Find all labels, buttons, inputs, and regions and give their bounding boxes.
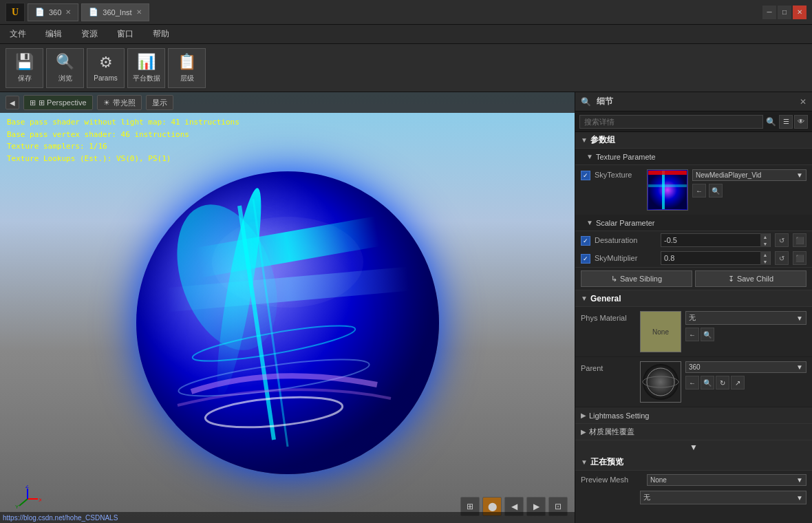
minimize-button[interactable]: ─ (762, 6, 776, 19)
texture-dropdown-arrow: ▼ (796, 171, 803, 179)
toolbar-params[interactable]: ⚙ Params (87, 48, 125, 88)
save-buttons-row: ↳ Save Sibling ↧ Save Child (575, 267, 812, 290)
phys-search-button[interactable]: 🔍 (701, 328, 714, 341)
platform-icon: 📊 (137, 53, 156, 71)
ue-logo: U (6, 3, 25, 22)
tab-360[interactable]: 📄 360 ✕ (28, 3, 78, 21)
skymultiplier-spin-down[interactable]: ▼ (760, 258, 770, 265)
hierarchy-icon: 📋 (178, 53, 196, 71)
svg-rect-12 (662, 171, 665, 209)
lightmass-arrow: ▶ (581, 412, 586, 419)
preview-section-header[interactable]: ▼ 正在预览 (575, 454, 812, 471)
skymultiplier-input[interactable] (661, 254, 760, 262)
info-line-1: Base pass shader without light map: 41 i… (7, 116, 239, 129)
material-override-header[interactable]: ▶ 材质属性覆盖 (575, 424, 812, 440)
tab-360inst-close[interactable]: ✕ (136, 8, 142, 16)
desaturation-input[interactable] (661, 236, 760, 244)
perspective-label: ⊞ Perspective (39, 98, 87, 107)
toolbar-browse[interactable]: 🔍 浏览 (46, 48, 84, 88)
viewport-toggle[interactable]: ◀ (6, 96, 19, 109)
parent-dropdown[interactable]: 360 ▼ (685, 361, 806, 373)
sky-texture-checkbox[interactable]: ✓ (581, 171, 590, 180)
menu-assets[interactable]: 资源 (77, 27, 102, 41)
save-child-button[interactable]: ↧ Save Child (695, 270, 806, 287)
save-sibling-button[interactable]: ↳ Save Sibling (581, 270, 692, 287)
scroll-down-icon: ▼ (690, 442, 698, 452)
tab-360inst-label: 360_Inst (103, 8, 131, 17)
toolbar-hierarchy[interactable]: 📋 层级 (168, 48, 206, 88)
texture-actions: ← 🔍 (692, 184, 806, 198)
tab-360-icon: 📄 (35, 8, 45, 17)
svg-rect-13 (648, 184, 687, 187)
lightmass-header[interactable]: ▶ Lightmass Setting (575, 407, 812, 424)
phys-material-dropdown[interactable]: 无 ▼ (685, 311, 806, 325)
viewport-info: Base pass shader without light map: 41 i… (7, 116, 239, 164)
toolbar-browse-label: 浏览 (58, 74, 72, 83)
skymultiplier-spin-up[interactable]: ▲ (760, 251, 770, 258)
panel-close-button[interactable]: ✕ (800, 97, 806, 107)
phys-material-value: 无 (689, 313, 696, 323)
toolbar-platform[interactable]: 📊 平台数据 (127, 48, 165, 88)
texture-dropdown[interactable]: NewMediaPlayer_Vid ▼ (692, 169, 806, 181)
texture-param-arrow: ▼ (586, 153, 593, 160)
parent-back-button[interactable]: ← (685, 376, 699, 389)
svg-point-2 (191, 319, 357, 367)
phys-back-button[interactable]: ← (685, 328, 699, 341)
toolbar-save[interactable]: 💾 保存 (6, 48, 43, 88)
phys-material-preview: None (640, 311, 681, 352)
tab-360-close[interactable]: ✕ (65, 8, 71, 16)
texture-search-button[interactable]: 🔍 (709, 184, 723, 198)
general-arrow: ▼ (581, 295, 588, 302)
menu-file[interactable]: 文件 (6, 27, 30, 41)
close-button[interactable]: ✕ (793, 6, 806, 19)
maximize-button[interactable]: □ (778, 6, 791, 19)
lighting-button[interactable]: ☀ 带光照 (97, 95, 142, 110)
desaturation-checkbox[interactable]: ✓ (581, 236, 590, 246)
parent-refresh-button[interactable]: ↻ (716, 376, 729, 389)
preview-mesh-dropdown[interactable]: None ▼ (647, 474, 806, 486)
desaturation-spin-up[interactable]: ▲ (760, 233, 770, 240)
list-view-button[interactable]: ☰ (779, 115, 793, 129)
texture-param-header[interactable]: ▼ Texture Paramete (575, 149, 812, 165)
eye-button[interactable]: 👁 (794, 115, 808, 129)
skymultiplier-extra[interactable]: ⬛ (793, 251, 806, 265)
texture-back-button[interactable]: ← (692, 184, 706, 198)
menu-window[interactable]: 窗口 (113, 27, 138, 41)
parent-search-button[interactable]: 🔍 (701, 376, 714, 389)
phys-material-info: 无 ▼ ← 🔍 (685, 311, 806, 341)
search-input[interactable] (579, 115, 763, 129)
toolbar-platform-label: 平台数据 (133, 74, 160, 83)
lighting-icon: ☀ (103, 98, 110, 107)
parent-open-button[interactable]: ↗ (731, 376, 745, 389)
params-group-header[interactable]: ▼ 参数组 (575, 132, 812, 149)
browse-icon: 🔍 (56, 53, 74, 71)
search-bar: 🔍 ☰ 👁 (575, 111, 812, 132)
preview-mesh-value: None (650, 476, 667, 484)
menu-edit[interactable]: 编辑 (41, 27, 66, 41)
skymultiplier-reset[interactable]: ↺ (775, 251, 789, 265)
scalar-param-header[interactable]: ▼ Scalar Parameter (575, 215, 812, 231)
display-button[interactable]: 显示 (146, 95, 173, 110)
skymultiplier-input-wrap: ▲ ▼ (661, 251, 771, 265)
desaturation-extra[interactable]: ⬛ (793, 233, 806, 247)
scalar-param-title: Scalar Parameter (596, 219, 655, 227)
desaturation-spin-down[interactable]: ▼ (760, 240, 770, 247)
preview-extra-dropdown[interactable]: 无 ▼ (640, 491, 806, 504)
viewport-axes: X Z Y (14, 485, 41, 513)
info-line-3: Texture samplers: 1/16 (7, 140, 239, 153)
titlebar: U 📄 360 ✕ 📄 360_Inst ✕ ─ □ ✕ (0, 0, 812, 25)
scroll-down-indicator[interactable]: ▼ (575, 440, 812, 454)
desaturation-label: Desaturation (595, 236, 656, 244)
perspective-button[interactable]: ⊞ ⊞ Perspective (23, 95, 93, 110)
tab-360inst[interactable]: 📄 360_Inst ✕ (81, 3, 149, 21)
general-section-header[interactable]: ▼ General (575, 290, 812, 307)
skymultiplier-checkbox[interactable]: ✓ (581, 254, 590, 264)
save-sibling-icon: ↳ (611, 275, 617, 284)
menu-help[interactable]: 帮助 (149, 27, 173, 41)
parent-preview (640, 361, 681, 403)
desaturation-reset[interactable]: ↺ (775, 233, 789, 247)
tab-360-label: 360 (49, 8, 61, 17)
tab-360inst-icon: 📄 (89, 8, 98, 17)
save-sibling-label: Save Sibling (620, 275, 662, 283)
params-group-arrow: ▼ (581, 136, 588, 144)
